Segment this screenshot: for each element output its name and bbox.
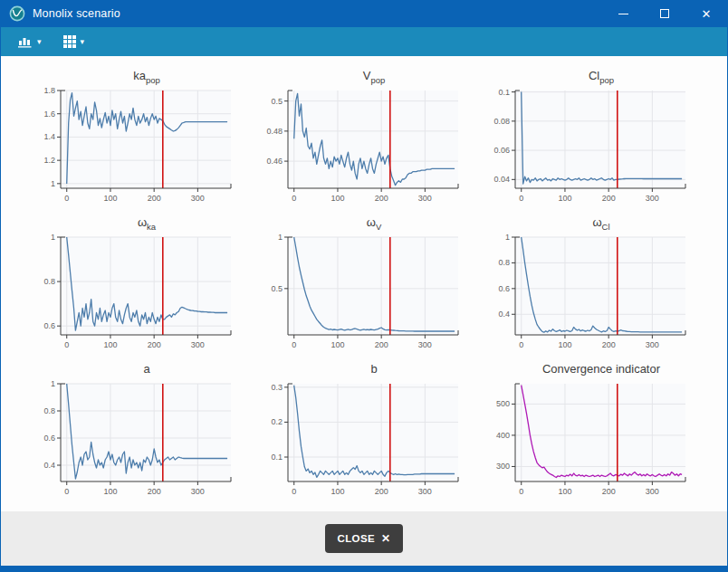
x-tick-label: 300 (418, 194, 432, 203)
x-tick-label: 0 (519, 194, 523, 203)
x-tick-label: 300 (191, 487, 205, 496)
x-tick-label: 100 (330, 340, 344, 349)
y-tick-label: 0.04 (493, 175, 510, 184)
titlebar: Monolix scenario ✕ (1, 0, 727, 27)
chart-canvas-convergence-indicator: 3004005000100200300 (488, 378, 691, 501)
chart-title-a: a (34, 360, 236, 378)
y-tick-label: 1 (51, 379, 55, 388)
y-tick-label: 0.4 (498, 310, 510, 319)
x-tick-label: 200 (602, 340, 616, 349)
monolix-logo-icon (9, 5, 25, 22)
y-tick-label: 1 (51, 179, 55, 188)
x-tick-label: 300 (646, 487, 659, 496)
x-tick-label: 300 (646, 340, 659, 349)
x-tick-label: 0 (64, 194, 69, 203)
y-tick-label: 1.2 (43, 156, 55, 165)
close-button[interactable]: CLOSE ✕ (325, 524, 402, 553)
chart-title-sub: pop (370, 75, 385, 85)
y-tick-label: 0.3 (271, 383, 283, 392)
chart-title-main: Cl (589, 69, 599, 82)
y-tick-label: 0.1 (271, 453, 283, 462)
chart-canvas-omega-ka: 0.60.810100200300 (34, 232, 236, 355)
y-tick-label: 0.8 (498, 258, 510, 267)
chart-panel-cl-pop: Clpop0.040.060.080.10100200300 (488, 67, 691, 208)
chart-canvas-omega-v: 0.510100200300 (261, 232, 464, 355)
y-tick-label: 0.8 (43, 406, 55, 415)
chart-panel-ka-pop: kapop11.21.41.61.80100200300 (34, 67, 236, 208)
x-tick-label: 300 (191, 340, 205, 349)
maximize-icon (660, 9, 669, 18)
chart-title-omega-ka: ωka (34, 214, 236, 232)
x-tick-label: 200 (148, 340, 161, 349)
chart-title-ka-pop: kapop (34, 67, 236, 85)
x-tick-label: 0 (519, 487, 523, 496)
chart-title-v-pop: Vpop (261, 67, 464, 85)
x-tick-label: 200 (148, 487, 161, 496)
chart-type-dropdown-button[interactable]: ▾ (14, 33, 45, 51)
grid-layout-dropdown-button[interactable]: ▾ (60, 33, 89, 51)
chart-title-sub: pop (599, 75, 614, 85)
y-tick-label: 0.5 (271, 284, 283, 293)
y-tick-label: 1 (51, 233, 55, 242)
bar-chart-icon (17, 35, 33, 48)
y-tick-label: 0.4 (43, 461, 55, 470)
close-window-button[interactable]: ✕ (685, 0, 727, 27)
y-tick-label: 0.8 (43, 277, 55, 286)
chart-title-convergence-indicator: Convergence indicator (488, 360, 691, 378)
chart-panel-omega-ka: ωka0.60.810100200300 (34, 214, 236, 355)
y-tick-label: 1 (278, 233, 283, 242)
chart-title-main: a (143, 362, 149, 376)
window-title: Monolix scenario (33, 7, 120, 20)
chart-title-b: b (261, 360, 464, 378)
x-tick-label: 200 (148, 194, 161, 203)
chart-title-main: ω (138, 215, 147, 229)
x-tick-label: 100 (103, 194, 117, 203)
chart-title-sub: Cl (602, 222, 610, 232)
y-tick-label: 1.4 (43, 132, 55, 141)
x-tick-label: 200 (375, 194, 388, 203)
x-tick-label: 100 (103, 487, 117, 496)
x-tick-label: 200 (602, 194, 616, 203)
x-tick-label: 100 (103, 340, 117, 349)
chevron-down-icon: ▾ (37, 38, 42, 46)
x-tick-label: 100 (330, 194, 344, 203)
x-tick-label: 200 (602, 487, 616, 496)
x-tick-label: 300 (646, 194, 659, 203)
x-tick-label: 300 (191, 194, 205, 203)
chart-canvas-cl-pop: 0.040.060.080.10100200300 (488, 85, 691, 208)
window-bottom-border (1, 566, 727, 572)
toolbar: ▾ ▾ (1, 27, 727, 56)
monolix-window: Monolix scenario ✕ ▾ ▾ (0, 0, 728, 572)
chart-canvas-omega-cl: 0.40.60.810100200300 (488, 232, 691, 355)
chart-title-sub: V (376, 222, 381, 232)
x-tick-label: 100 (558, 340, 571, 349)
close-button-label: CLOSE (337, 533, 375, 544)
close-icon: ✕ (702, 7, 712, 21)
footer: CLOSE ✕ (1, 511, 727, 566)
x-tick-label: 100 (330, 487, 344, 496)
x-tick-label: 300 (418, 487, 432, 496)
x-tick-label: 0 (292, 194, 296, 203)
minimize-button[interactable] (602, 0, 644, 27)
x-tick-label: 100 (558, 194, 571, 203)
y-tick-label: 0.2 (271, 417, 283, 426)
x-tick-label: 100 (558, 487, 571, 496)
chart-panel-b: b0.10.20.30100200300 (261, 360, 464, 501)
chart-title-sub: pop (146, 75, 160, 85)
y-tick-label: 0.48 (266, 127, 283, 136)
close-button-x-icon: ✕ (381, 532, 390, 545)
grid-layout-icon (63, 35, 76, 48)
chart-canvas-v-pop: 0.460.480.50100200300 (261, 85, 464, 208)
y-tick-label: 1 (505, 233, 510, 242)
chart-title-cl-pop: Clpop (488, 67, 691, 85)
charts-grid: kapop11.21.41.61.80100200300Vpop0.460.48… (1, 56, 727, 511)
maximize-button[interactable] (644, 0, 685, 27)
y-tick-label: 0.1 (498, 88, 510, 97)
chart-panel-convergence-indicator: Convergence indicator3004005000100200300 (488, 360, 691, 501)
y-tick-label: 0.5 (271, 97, 283, 106)
chart-title-omega-cl: ωCl (488, 214, 691, 232)
chart-title-main: ω (367, 215, 376, 229)
x-tick-label: 0 (292, 487, 296, 496)
x-tick-label: 0 (292, 340, 296, 349)
chart-title-main: Convergence indicator (542, 362, 660, 376)
